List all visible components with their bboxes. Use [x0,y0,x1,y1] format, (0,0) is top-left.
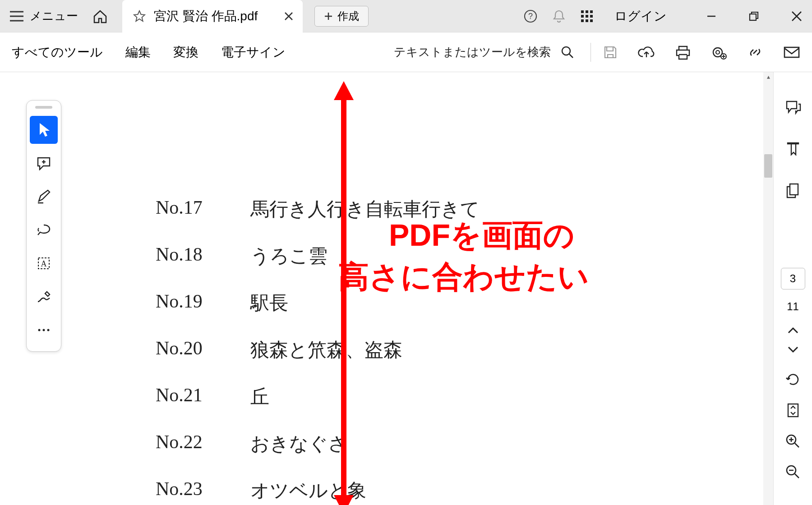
create-button[interactable]: 作成 [314,6,369,27]
row-title: 狼森と笊森、盗森 [250,337,402,363]
quick-tools-palette[interactable]: A [26,100,61,352]
apps-button[interactable] [580,9,594,23]
print-icon [675,45,691,60]
close-window-button[interactable] [790,10,803,23]
row-title: 馬行き人行き自転車行きて [250,197,480,222]
login-button[interactable]: ログイン [608,8,673,25]
svg-rect-8 [581,19,584,22]
help-button[interactable]: ? [523,9,538,23]
svg-rect-7 [590,15,593,18]
svg-text:?: ? [528,12,533,21]
svg-rect-25 [790,184,798,195]
close-icon [284,11,294,21]
svg-text:A: A [41,259,47,268]
add-comment-icon [36,156,51,170]
menu-button[interactable]: メニュー [10,8,78,24]
svg-rect-4 [590,10,593,13]
bookmark-panel-icon [786,141,800,156]
doc-row: No.20狼森と笊森、盗森 [156,337,480,363]
cloud-upload-button[interactable] [638,46,655,59]
mail-button[interactable] [783,46,800,59]
row-number: No.20 [156,337,250,363]
doc-row: No.18うろこ雲 [156,243,480,269]
window-controls [706,10,803,23]
text-select-tool[interactable]: A [30,249,58,277]
fit-page-button[interactable] [786,402,800,418]
scroll-up-arrow[interactable]: ▴ [763,73,773,80]
row-title: 駅長 [250,290,288,316]
draw-tool[interactable] [30,283,58,311]
rotate-button[interactable] [785,372,801,387]
save-button[interactable] [603,45,618,60]
zoom-in-button[interactable] [785,434,801,449]
lasso-tool[interactable] [30,216,58,244]
document-viewport[interactable]: No.17馬行き人行き自転車行きて No.18うろこ雲 No.19駅長 No.2… [0,72,773,505]
lasso-icon [36,223,51,237]
row-title: 丘 [250,384,269,409]
add-comment-tool[interactable] [30,149,58,177]
current-page: 3 [790,272,796,285]
print-button[interactable] [675,45,691,60]
save-icon [603,45,618,60]
row-number: No.22 [156,431,250,456]
svg-point-22 [38,329,41,331]
link-icon [747,45,763,60]
edit-menu[interactable]: 編集 [125,44,151,61]
search-box[interactable]: テキストまたはツールを検索 [394,44,574,60]
minimize-button[interactable] [706,10,717,22]
titlebar: メニュー 宮沢 賢治 作品.pdf 作成 ? [0,0,812,32]
home-button[interactable] [92,9,108,23]
settings-add-button[interactable] [711,45,727,60]
apps-grid-icon [580,9,594,23]
page-nav [787,326,799,354]
text-select-icon: A [37,256,51,271]
view-controls [785,372,801,480]
pen-icon [36,290,51,303]
toolbar-menus: すべてのツール 編集 変換 電子サイン [12,44,286,61]
scrollbar-thumb[interactable] [764,154,772,178]
zoom-out-icon [785,464,801,480]
esign-menu[interactable]: 電子サイン [221,44,286,61]
next-page-button[interactable] [787,345,799,354]
document-tab[interactable]: 宮沢 賢治 作品.pdf [122,0,303,32]
bookmarks-panel-button[interactable] [782,138,804,160]
convert-menu[interactable]: 変換 [173,44,198,61]
link-button[interactable] [747,45,763,60]
total-pages: 11 [787,300,799,313]
svg-rect-16 [784,47,799,57]
pencil-icon [36,189,51,204]
comments-panel-icon [785,100,801,115]
help-icon: ? [523,9,538,23]
vertical-scrollbar[interactable]: ▴ [763,72,773,505]
rotate-icon [785,372,801,387]
svg-rect-10 [590,19,593,22]
notifications-button[interactable] [552,9,566,23]
more-tools[interactable] [30,316,58,344]
titlebar-right: ? ログイン [523,8,812,25]
gear-plus-icon [711,45,727,60]
doc-row: No.21丘 [156,384,480,409]
search-icon [561,46,574,59]
content-area: No.17馬行き人行き自転車行きて No.18うろこ雲 No.19駅長 No.2… [0,72,812,505]
bell-icon [552,9,566,23]
highlight-tool[interactable] [30,183,58,211]
svg-rect-6 [586,15,588,18]
select-tool[interactable] [30,116,58,144]
palette-grip[interactable] [35,106,52,109]
prev-page-button[interactable] [787,326,799,335]
current-page-input[interactable]: 3 [781,268,805,289]
restore-button[interactable] [748,10,760,22]
all-tools-menu[interactable]: すべてのツール [12,44,103,61]
star-icon[interactable] [133,10,146,23]
pages-panel-button[interactable] [782,179,804,201]
comments-panel-button[interactable] [782,96,804,118]
row-title: うろこ雲 [250,243,328,269]
svg-point-23 [43,329,45,331]
search-placeholder: テキストまたはツールを検索 [394,44,551,60]
row-number: No.18 [156,243,250,269]
cloud-upload-icon [638,46,655,59]
zoom-out-button[interactable] [785,464,801,480]
chevron-up-icon [787,326,799,335]
doc-row: No.19駅長 [156,290,480,316]
tab-close-button[interactable] [284,11,294,21]
